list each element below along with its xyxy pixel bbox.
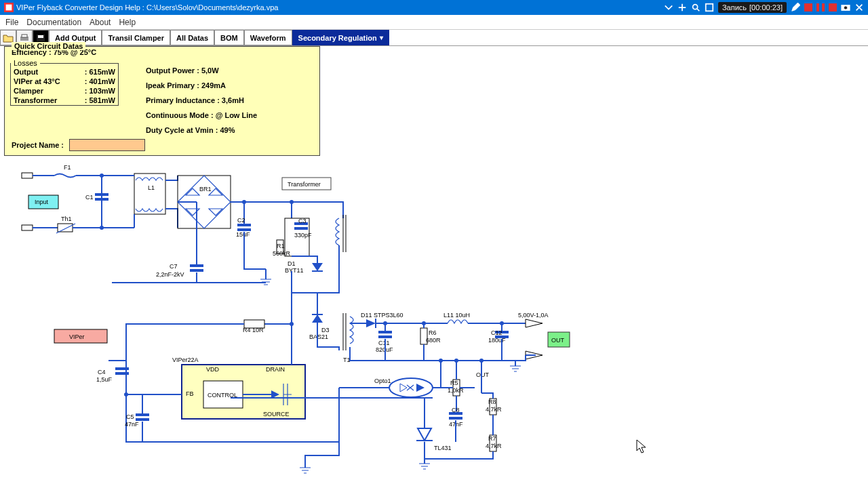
svg-marker-60 — [312, 314, 323, 323]
svg-text:C2: C2 — [237, 217, 245, 224]
svg-text:VIPer22A: VIPer22A — [172, 357, 199, 363]
svg-text:R4 10R: R4 10R — [243, 327, 264, 333]
svg-rect-13 — [38, 35, 43, 38]
stop-icon[interactable] — [829, 3, 837, 12]
titlebar: VIPer Flyback Converter Design Help : C:… — [0, 0, 868, 15]
transil-clamper-button[interactable]: Transil Clamper — [102, 30, 170, 45]
svg-text:BR1: BR1 — [199, 186, 212, 192]
svg-text:C1: C1 — [85, 194, 94, 201]
svg-text:BAS21: BAS21 — [309, 333, 328, 340]
svg-text:Th1: Th1 — [61, 216, 72, 222]
close-icon[interactable] — [854, 3, 864, 12]
menu-about[interactable]: About — [90, 18, 111, 27]
panel-right-column: Output Power : 5,0W Ipeak Primary : 249m… — [146, 63, 257, 138]
svg-rect-7 — [829, 3, 837, 12]
svg-text:2,2nF-2kV: 2,2nF-2kV — [156, 271, 184, 278]
losses-group: Losses Output: 615mW VIPer at 43°C: 401m… — [10, 59, 119, 106]
app-icon — [4, 3, 14, 12]
svg-text:OUT: OUT — [551, 337, 565, 344]
svg-text:560kR: 560kR — [273, 250, 291, 257]
secondary-regulation-dropdown[interactable]: Secondary Regulation — [292, 30, 389, 45]
svg-text:L11  10uH: L11 10uH — [443, 312, 470, 319]
svg-text:Opto1: Opto1 — [374, 378, 391, 384]
svg-marker-118 — [418, 428, 431, 441]
camera-icon[interactable] — [841, 3, 850, 12]
svg-point-129 — [500, 321, 504, 325]
svg-point-126 — [124, 392, 128, 396]
svg-point-127 — [383, 321, 387, 325]
search-icon[interactable] — [691, 3, 701, 12]
waveform-button[interactable]: Waveform — [244, 30, 292, 45]
svg-text:C11: C11 — [378, 340, 390, 346]
svg-rect-20 — [58, 224, 73, 232]
svg-text:C12: C12 — [491, 329, 502, 336]
svg-rect-4 — [804, 3, 812, 12]
svg-text:Input: Input — [35, 199, 49, 205]
svg-point-121 — [100, 174, 104, 178]
svg-rect-3 — [706, 4, 713, 12]
maximize-icon[interactable] — [705, 3, 714, 12]
svg-text:T1: T1 — [343, 357, 351, 363]
svg-rect-5 — [816, 3, 819, 12]
svg-text:F1: F1 — [64, 164, 71, 171]
svg-text:VDD: VDD — [206, 366, 220, 373]
svg-text:SOURCE: SOURCE — [263, 411, 290, 418]
project-name-label: Project Name : — [12, 141, 64, 149]
svg-text:330pF: 330pF — [294, 232, 312, 239]
quick-circuit-panel: Quick Circuit Datas Efficiency : 75% @ 2… — [4, 46, 320, 156]
svg-text:BYT11: BYT11 — [285, 267, 304, 274]
svg-text:D3: D3 — [321, 327, 330, 333]
toolbar: Add Output Transil Clamper All Datas BOM… — [0, 30, 868, 46]
svg-text:TL431: TL431 — [434, 445, 452, 451]
pencil-icon[interactable] — [791, 3, 800, 12]
svg-text:C8: C8 — [452, 407, 460, 413]
svg-text:C3: C3 — [298, 218, 307, 224]
svg-point-125 — [290, 322, 294, 326]
svg-text:680R: 680R — [426, 337, 441, 344]
menubar: File Documentation About Help — [0, 15, 868, 30]
svg-text:VIPer: VIPer — [69, 333, 85, 340]
window-title: VIPer Flyback Converter Design Help : C:… — [16, 3, 278, 12]
svg-text:R7: R7 — [488, 435, 496, 442]
svg-point-130 — [439, 359, 443, 363]
svg-rect-19 — [22, 225, 33, 230]
svg-text:L1: L1 — [148, 184, 155, 191]
svg-text:D1: D1 — [288, 260, 296, 267]
svg-marker-96 — [526, 319, 542, 327]
svg-point-2 — [693, 5, 698, 9]
chevron-down-icon[interactable] — [664, 3, 673, 12]
menu-help[interactable]: Help — [119, 18, 136, 27]
svg-rect-14 — [22, 173, 33, 178]
svg-point-131 — [454, 359, 458, 363]
svg-text:FB: FB — [186, 390, 194, 397]
svg-text:R1: R1 — [277, 243, 285, 249]
all-datas-button[interactable]: All Datas — [170, 30, 214, 45]
svg-point-128 — [422, 321, 426, 325]
plus-icon[interactable] — [677, 3, 687, 12]
svg-text:Transformer: Transformer — [288, 181, 321, 188]
pause-icon[interactable] — [816, 3, 825, 12]
svg-text:C7: C7 — [170, 263, 178, 270]
bom-button[interactable]: BOM — [214, 30, 244, 45]
svg-marker-43 — [312, 263, 323, 271]
svg-point-100 — [389, 378, 433, 397]
recorder-status: Запись [00:00:23] — [718, 2, 787, 13]
svg-rect-1 — [6, 5, 12, 11]
project-name-input[interactable] — [69, 139, 145, 151]
svg-point-132 — [479, 359, 484, 363]
svg-text:1,5uF: 1,5uF — [96, 376, 113, 383]
svg-text:OUT: OUT — [476, 371, 490, 378]
svg-point-123 — [242, 200, 246, 204]
svg-point-122 — [100, 226, 104, 230]
svg-text:15uF: 15uF — [236, 231, 250, 238]
svg-rect-6 — [822, 3, 825, 12]
svg-text:R6: R6 — [429, 329, 437, 336]
svg-text:5,00V-1,0A: 5,00V-1,0A — [518, 312, 549, 319]
record-icon[interactable] — [804, 3, 812, 12]
svg-text:C4: C4 — [98, 369, 106, 375]
losses-legend: Losses — [11, 59, 40, 67]
panel-title: Quick Circuit Datas — [12, 42, 85, 50]
menu-documentation[interactable]: Documentation — [26, 18, 81, 27]
svg-text:D11   STPS3L60: D11 STPS3L60 — [361, 312, 403, 319]
menu-file[interactable]: File — [5, 18, 18, 27]
